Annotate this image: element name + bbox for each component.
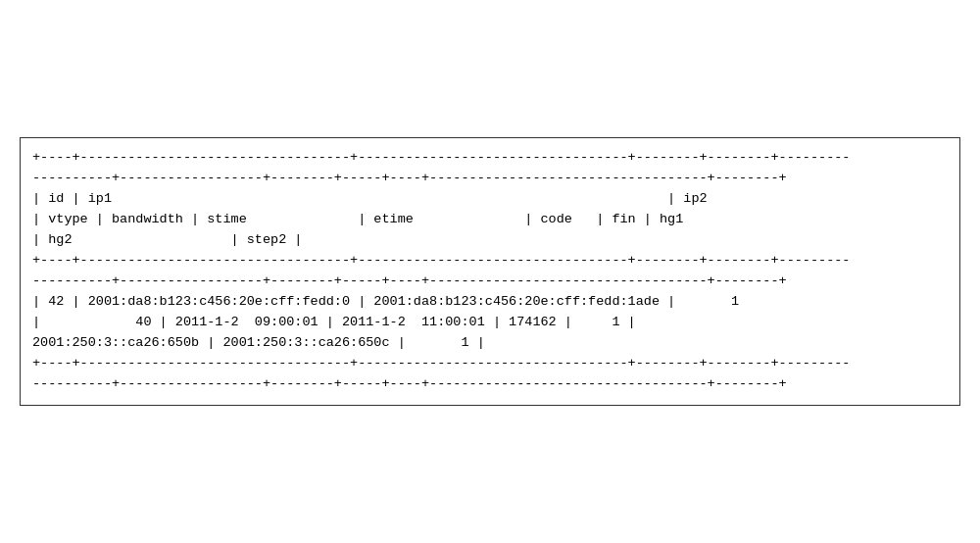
- table-content: +----+----------------------------------…: [32, 148, 948, 394]
- database-table: +----+----------------------------------…: [20, 137, 960, 405]
